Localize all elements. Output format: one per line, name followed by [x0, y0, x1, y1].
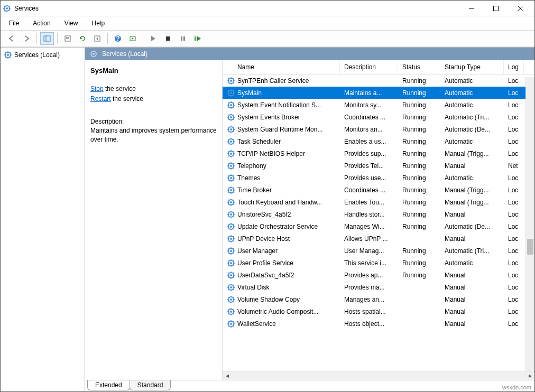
service-status: Running	[398, 77, 440, 85]
stop-service-button[interactable]	[161, 32, 175, 45]
gear-icon	[227, 210, 235, 219]
service-row[interactable]: Time BrokerCoordinates ...RunningManual …	[223, 184, 534, 196]
vertical-scrollbar[interactable]	[525, 77, 534, 371]
service-row[interactable]: Virtual DiskProvides ma...ManualLoc	[223, 281, 534, 293]
service-row[interactable]: WalletServiceHosts object...ManualLoc	[223, 318, 534, 330]
service-status: Running	[398, 199, 440, 206]
service-logon: Loc	[504, 296, 524, 303]
restart-service-button[interactable]	[191, 32, 205, 45]
menubar: File Action View Help	[1, 16, 534, 30]
service-name: Update Orchestrator Service	[237, 223, 318, 230]
menu-help[interactable]: Help	[90, 18, 107, 28]
action-button[interactable]	[126, 32, 140, 45]
service-name: Touch Keyboard and Handw...	[237, 199, 322, 206]
service-row[interactable]: SysMainMaintains a...RunningAutomaticLoc	[223, 87, 534, 99]
service-startup: Manual	[440, 211, 504, 218]
close-button[interactable]	[508, 1, 532, 16]
service-logon: Loc	[504, 272, 524, 279]
help-button[interactable]: ?	[111, 32, 125, 45]
gear-icon	[227, 125, 235, 134]
tab-extended[interactable]: Extended	[87, 380, 130, 390]
service-row[interactable]: Volumetric Audio Composit...Hosts spatia…	[223, 305, 534, 318]
stop-link[interactable]: Stop	[90, 85, 104, 92]
service-logon: Loc	[504, 247, 524, 255]
content-header-title: Services (Local)	[102, 50, 147, 58]
service-startup: Manual	[440, 296, 504, 303]
svg-rect-25	[166, 36, 170, 41]
service-row[interactable]: System Event Notification S...Monitors s…	[223, 99, 534, 111]
col-status[interactable]: Status	[398, 60, 440, 74]
service-status: Running	[398, 126, 440, 133]
menu-view[interactable]: View	[62, 18, 80, 28]
gear-icon	[227, 295, 235, 304]
service-logon: Loc	[504, 223, 524, 230]
start-service-button[interactable]	[146, 32, 160, 45]
minimize-button[interactable]	[459, 1, 484, 16]
nav-tree[interactable]: Services (Local)	[1, 48, 85, 391]
col-logon[interactable]: Log	[504, 60, 524, 74]
service-name: Virtual Disk	[237, 284, 269, 291]
service-desc: Maintains a...	[340, 89, 398, 97]
gear-icon	[227, 113, 235, 122]
restart-link[interactable]: Restart	[90, 95, 111, 102]
service-name: User Manager	[237, 247, 278, 255]
service-desc: Coordinates ...	[340, 114, 398, 121]
service-logon: Loc	[504, 77, 524, 85]
export-button[interactable]	[90, 32, 104, 45]
menu-file[interactable]: File	[7, 18, 21, 28]
col-name[interactable]: Name	[223, 60, 340, 74]
service-logon: Loc	[504, 101, 524, 109]
service-row[interactable]: Task SchedulerEnables a us...RunningAuto…	[223, 135, 534, 147]
col-description[interactable]: Description	[340, 60, 398, 74]
service-logon: Loc	[504, 259, 524, 267]
service-logon: Loc	[504, 138, 524, 145]
gear-icon	[227, 247, 235, 255]
refresh-button[interactable]	[76, 32, 89, 45]
nav-item-services-local[interactable]: Services (Local)	[3, 50, 82, 60]
service-logon: Loc	[504, 150, 524, 157]
service-name: System Events Broker	[237, 114, 300, 121]
titlebar[interactable]: Services	[1, 1, 534, 16]
service-row[interactable]: UnistoreSvc_4a5f2Handles stor...RunningM…	[223, 208, 534, 220]
service-desc: Allows UPnP ...	[340, 235, 398, 242]
service-status: Running	[398, 259, 440, 267]
service-row[interactable]: User ManagerUser Manag...RunningAutomati…	[223, 245, 534, 257]
list-header: Name Description Status Startup Type Log	[223, 60, 534, 74]
service-row[interactable]: User Profile ServiceThis service i...Run…	[223, 257, 534, 269]
service-desc: Provides Tel...	[340, 162, 398, 170]
scroll-right-icon[interactable]: ▸	[525, 371, 534, 380]
scroll-left-icon[interactable]: ◂	[223, 371, 232, 380]
back-button[interactable]	[5, 32, 19, 45]
service-row[interactable]: UPnP Device HostAllows UPnP ...ManualLoc	[223, 232, 534, 245]
service-row[interactable]: Volume Shadow CopyManages an...ManualLoc	[223, 293, 534, 305]
service-row[interactable]: UserDataSvc_4a5f2Provides ap...RunningMa…	[223, 269, 534, 281]
service-row[interactable]: System Events BrokerCoordinates ...Runni…	[223, 111, 534, 123]
service-status: Running	[398, 101, 440, 109]
forward-button[interactable]	[20, 32, 33, 45]
menu-action[interactable]: Action	[31, 18, 52, 28]
service-name: System Guard Runtime Mon...	[237, 126, 322, 133]
show-hide-tree-button[interactable]	[40, 32, 54, 45]
horizontal-scrollbar[interactable]: ◂ ▸	[223, 371, 534, 380]
service-desc: Manages Wi...	[340, 223, 398, 230]
pause-service-button[interactable]	[176, 32, 190, 45]
service-status: Running	[398, 150, 440, 157]
service-row[interactable]: SynTPEnh Caller ServiceRunningAutomaticL…	[223, 74, 534, 87]
service-row[interactable]: TCP/IP NetBIOS HelperProvides sup...Runn…	[223, 147, 534, 160]
service-row[interactable]: System Guard Runtime Mon...Monitors an..…	[223, 123, 534, 135]
nav-item-label: Services (Local)	[14, 51, 60, 59]
service-row[interactable]: ThemesProvides use...RunningAutomaticLoc	[223, 172, 534, 184]
tab-standard[interactable]: Standard	[130, 380, 171, 390]
scroll-thumb[interactable]	[527, 239, 533, 255]
service-row[interactable]: Update Orchestrator ServiceManages Wi...…	[223, 220, 534, 232]
service-row[interactable]: TelephonyProvides Tel...RunningManualNet	[223, 160, 534, 172]
service-row[interactable]: Touch Keyboard and Handw...Enables Tou..…	[223, 196, 534, 208]
service-startup: Automatic (Tri...	[440, 247, 504, 255]
maximize-button[interactable]	[484, 1, 508, 16]
properties-button[interactable]	[61, 32, 75, 45]
service-desc: Coordinates ...	[340, 186, 398, 194]
service-desc: Monitors sy...	[340, 101, 398, 109]
col-startup[interactable]: Startup Type	[440, 60, 504, 74]
service-desc: Provides use...	[340, 174, 398, 182]
service-name: UnistoreSvc_4a5f2	[237, 211, 291, 218]
